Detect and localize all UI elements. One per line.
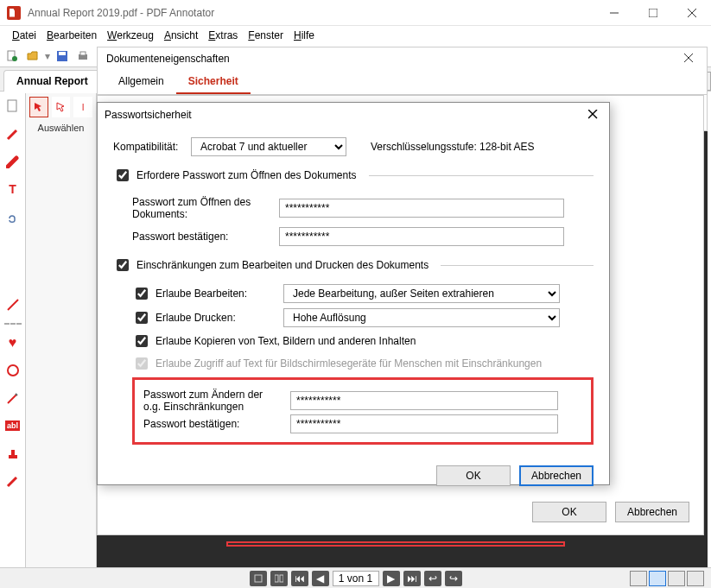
change-confirm-input[interactable] [290, 414, 558, 433]
pen-red-icon[interactable] [3, 124, 22, 143]
save-icon[interactable] [54, 47, 71, 65]
page-indicator[interactable]: 1 von 1 [333, 571, 379, 586]
menu-extras[interactable]: Extras [203, 28, 243, 43]
menu-window[interactable]: Fenster [243, 28, 289, 43]
view-mode-3[interactable] [668, 571, 685, 586]
svg-rect-14 [11, 450, 15, 455]
left-toolbar: T ♥ abl [0, 93, 26, 567]
open-pw-label: Passwort zum Öffnen des Dokuments: [132, 196, 270, 220]
require-open-label: Erfordere Passwort zum Öffnen des Dokume… [136, 169, 357, 181]
menu-tool[interactable]: Werkzeug [102, 28, 159, 43]
encryption-label: Verschlüsselungsstufe: 128-bit AES [371, 141, 534, 153]
svg-rect-1 [649, 9, 657, 17]
select-label: Auswählen [26, 121, 96, 138]
docprops-tabs: Allgemein Sicherheit [97, 69, 708, 95]
stamp-icon[interactable] [3, 444, 22, 463]
line-tool-icon[interactable] [3, 295, 22, 314]
svg-rect-9 [80, 52, 86, 55]
pwd-close-button[interactable] [585, 106, 602, 123]
attachment-icon[interactable] [3, 207, 22, 226]
svg-rect-19 [255, 575, 262, 582]
pointer-alt-tool[interactable] [52, 97, 71, 117]
allow-copy-checkbox[interactable] [136, 335, 148, 347]
allow-access-checkbox [136, 357, 148, 370]
menubar: Datei Bearbeiten Werkzeug Ansicht Extras… [0, 26, 711, 45]
require-open-checkbox[interactable] [117, 169, 129, 181]
pwd-dialog-title: Passwortsicherheit [105, 109, 192, 121]
textbox-tool-icon[interactable]: abl [3, 416, 22, 435]
menu-edit[interactable]: Bearbeiten [41, 28, 102, 43]
pwd-cancel-button[interactable]: Abbrechen [519, 465, 594, 486]
view-mode-1[interactable] [630, 571, 647, 586]
svg-rect-7 [59, 52, 66, 55]
thumb1-icon[interactable] [250, 571, 267, 586]
docprops-cancel-button[interactable]: Abbrechen [615, 502, 689, 522]
prev-page-button[interactable]: ◀ [312, 571, 329, 586]
tab-general[interactable]: Allgemein [106, 70, 176, 94]
docprops-titlebar: Dokumenteneigenschaften [97, 47, 708, 69]
text-select-tool[interactable]: I [73, 97, 92, 117]
allow-edit-label: Erlaube Bearbeiten: [156, 288, 278, 300]
nav-back-button[interactable]: ↩ [424, 571, 441, 586]
restrict-label: Einschränkungen zum Bearbeiten und Druck… [136, 259, 429, 271]
password-security-dialog: Passwortsicherheit Kompatibilität: Acrob… [97, 102, 610, 485]
svg-point-12 [8, 365, 18, 376]
app-icon [7, 6, 21, 20]
text-tool-icon[interactable]: T [3, 180, 22, 199]
allow-print-label: Erlaube Drucken: [156, 312, 278, 324]
thumb2-icon[interactable] [270, 571, 288, 586]
allow-access-label: Erlaube Zugriff auf Text für Bildschirml… [156, 357, 542, 370]
highlight-bar [226, 541, 565, 547]
menu-view[interactable]: Ansicht [159, 28, 203, 43]
docprops-close-button[interactable] [681, 50, 698, 67]
statusbar: ⏮ ◀ 1 von 1 ▶ ⏭ ↩ ↪ [0, 567, 711, 588]
nav-fwd-button[interactable]: ↪ [445, 571, 462, 586]
open-confirm-label: Passwort bestätigen: [132, 231, 270, 243]
svg-rect-10 [8, 100, 16, 111]
restrict-checkbox[interactable] [117, 259, 129, 271]
next-page-button[interactable]: ▶ [383, 571, 400, 586]
open-confirm-input[interactable] [279, 227, 564, 246]
heart-icon[interactable]: ♥ [3, 333, 22, 352]
view-mode-2[interactable] [649, 571, 666, 586]
pencil-icon[interactable] [3, 389, 22, 408]
tab-security[interactable]: Sicherheit [176, 70, 251, 94]
open-pw-input[interactable] [279, 199, 564, 218]
page-icon[interactable] [3, 97, 22, 116]
pwd-ok-button[interactable]: OK [436, 465, 511, 486]
allow-print-checkbox[interactable] [136, 312, 148, 324]
change-pw-input[interactable] [290, 391, 558, 410]
allow-edit-select[interactable]: Jede Bearbeitung, außer Seiten extrahier… [283, 284, 560, 303]
close-button[interactable] [672, 0, 711, 26]
document-tab[interactable]: Annual Report [3, 70, 101, 92]
docprops-title: Dokumenteneigenschaften [106, 53, 230, 65]
print-icon[interactable] [74, 47, 92, 65]
highlighted-section: Passwort zum Ändern der o.g. Einschränku… [132, 377, 594, 445]
titlebar: Annual Report 2019.pdf - PDF Annotator [0, 0, 711, 26]
svg-point-5 [12, 56, 17, 61]
minimize-button[interactable] [594, 0, 633, 26]
last-page-button[interactable]: ⏭ [403, 571, 421, 586]
menu-help[interactable]: Hilfe [289, 28, 320, 43]
docprops-ok-button[interactable]: OK [532, 502, 606, 522]
circle-tool-icon[interactable] [3, 361, 22, 380]
svg-line-11 [8, 300, 18, 310]
compat-select[interactable]: Acrobat 7 und aktueller [191, 137, 346, 156]
svg-rect-13 [9, 455, 17, 458]
svg-rect-20 [275, 575, 278, 582]
first-page-button[interactable]: ⏮ [291, 571, 308, 586]
compat-label: Kompatibilität: [113, 141, 182, 153]
allow-copy-label: Erlaube Kopieren von Text, Bildern und a… [156, 335, 416, 347]
open-icon[interactable] [24, 47, 41, 65]
marker-icon[interactable] [3, 152, 22, 171]
eraser-icon[interactable] [3, 471, 22, 490]
change-pw-label: Passwort zum Ändern der o.g. Einschränku… [143, 389, 282, 413]
allow-edit-checkbox[interactable] [136, 288, 148, 300]
menu-file[interactable]: Datei [7, 28, 41, 43]
allow-print-select[interactable]: Hohe Auflösung [283, 308, 560, 327]
maximize-button[interactable] [633, 0, 672, 26]
new-icon[interactable] [3, 47, 21, 65]
pointer-tool[interactable] [29, 97, 48, 117]
svg-rect-21 [280, 575, 283, 582]
view-mode-4[interactable] [687, 571, 704, 586]
